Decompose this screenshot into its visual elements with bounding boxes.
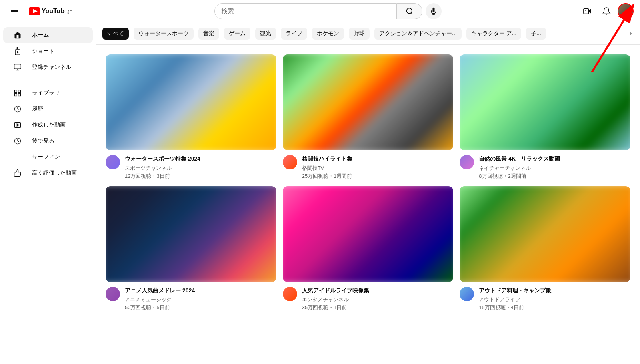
category-baseball[interactable]: 野球 [349,28,370,40]
category-live[interactable]: ライブ [281,28,307,40]
notifications-button[interactable] [598,3,614,19]
header-right [554,3,634,19]
video-card-3[interactable]: 自然の風景 4K - リラックス動画 ネイチャーチャンネル 8万回視聴・2週間前 [460,54,630,180]
video-thumbnail-2 [283,54,454,150]
hamburger-button[interactable] [6,3,22,19]
logo-container[interactable]: YouTube JP [29,7,72,15]
search-input[interactable] [221,8,390,15]
video-title-5: 人気アイドルライブ映像集 [302,287,454,295]
video-info-4: アニメ人気曲メドレー 2024 アニメミュージック 50万回視聴・5日前 [106,287,276,312]
sidebar-divider-1 [10,80,86,80]
video-grid: ウォータースポーツ特集 2024 スポーツチャンネル 12万回視聴・3日前 格闘… [106,54,630,311]
video-title-3: 自然の風景 4K - リラックス動画 [479,155,630,163]
created-videos-icon [13,120,22,130]
video-thumbnail-1 [106,54,276,150]
header-left: YouTube JP [6,3,102,19]
video-info-2: 格闘技ハイライト集 格闘技TV 25万回視聴・1週間前 [283,155,454,180]
video-stats-3: 8万回視聴・2週間前 [479,173,630,180]
category-sightseeing[interactable]: 観光 [255,28,276,40]
liked-videos-icon [13,168,22,178]
sidebar-item-subscriptions[interactable]: 登録チャンネル [3,59,93,75]
svg-rect-13 [14,64,21,69]
video-card-4[interactable]: アニメ人気曲メドレー 2024 アニメミュージック 50万回視聴・5日前 [106,186,276,312]
sidebar-label-subscriptions: 登録チャンネル [32,64,71,71]
sidebar-item-surfing[interactable]: サーフィン [3,149,93,165]
svg-point-3 [406,8,412,13]
category-children[interactable]: 子... [526,28,546,40]
category-all[interactable]: すべて [102,28,129,40]
channel-avatar-2[interactable] [283,155,297,169]
video-meta-2: 格闘技ハイライト集 格闘技TV 25万回視聴・1週間前 [302,155,454,180]
create-video-button[interactable] [579,3,595,19]
video-meta-5: 人気アイドルライブ映像集 エンタメチャンネル 35万回視聴・1日前 [302,287,454,312]
video-meta-6: アウトドア料理 - キャンプ飯 アウトドアライフ 15万回視聴・4日前 [479,287,630,312]
sidebar-label-created: 作成した動画 [32,121,66,129]
category-music[interactable]: 音楽 [198,28,219,40]
thumbnail-image-3 [460,54,630,150]
svg-rect-26 [14,159,21,159]
sidebar-label-history: 履歴 [32,105,43,113]
video-channel-2: 格闘技TV [302,165,454,172]
video-meta-4: アニメ人気曲メドレー 2024 アニメミュージック 50万回視聴・5日前 [125,287,276,312]
video-info-6: アウトドア料理 - キャンプ飯 アウトドアライフ 15万回視聴・4日前 [460,287,630,312]
video-stats-2: 25万回視聴・1週間前 [302,173,454,180]
video-card-6[interactable]: アウトドア料理 - キャンプ飯 アウトドアライフ 15万回視聴・4日前 [460,186,630,312]
category-action[interactable]: アクション＆アドベンチャー... [374,28,462,40]
svg-rect-7 [584,8,589,14]
svg-marker-22 [17,124,19,127]
sidebar-label-library: ライブラリ [32,90,60,97]
video-stats-5: 35万回視聴・1日前 [302,304,454,311]
svg-rect-19 [18,94,21,96]
search-button[interactable] [397,3,422,19]
category-games[interactable]: ゲーム [224,28,250,40]
subscriptions-icon [13,62,22,72]
sidebar-item-liked[interactable]: 高く評価した動画 [3,165,93,181]
thumbnail-image-4 [106,186,276,282]
video-card-1[interactable]: ウォータースポーツ特集 2024 スポーツチャンネル 12万回視聴・3日前 [106,54,276,180]
video-card-2[interactable]: 格闘技ハイライト集 格闘技TV 25万回視聴・1週間前 [283,54,454,180]
svg-rect-18 [15,94,17,96]
video-info-3: 自然の風景 4K - リラックス動画 ネイチャーチャンネル 8万回視聴・2週間前 [460,155,630,180]
header-center [102,3,554,19]
channel-avatar-3[interactable] [460,155,474,169]
sidebar-item-created[interactable]: 作成した動画 [3,117,93,133]
thumbnail-image-5 [283,186,454,282]
sidebar-item-watch-later[interactable]: 後で見る [3,133,93,149]
video-info-5: 人気アイドルライブ映像集 エンタメチャンネル 35万回視聴・1日前 [283,287,454,312]
category-characters[interactable]: キャラクター ア... [466,28,522,40]
surfing-icon [13,152,22,162]
channel-avatar-6[interactable] [460,287,474,301]
sidebar-label-home: ホーム [32,32,49,39]
video-thumbnail-4 [106,186,276,282]
thumbnail-image-1 [106,54,276,150]
video-title-6: アウトドア料理 - キャンプ飯 [479,287,630,295]
svg-marker-8 [589,9,591,13]
account-button[interactable] [618,3,634,19]
youtube-logo-icon: YouTube [29,7,65,15]
video-stats-4: 50万回視聴・5日前 [125,304,276,311]
svg-rect-16 [15,90,17,93]
sidebar-item-shorts[interactable]: ショート [3,43,93,59]
channel-avatar-5[interactable] [283,287,297,301]
svg-rect-25 [14,157,21,157]
channel-avatar-1[interactable] [106,155,120,169]
channel-avatar-4[interactable] [106,287,120,301]
video-thumbnail-3 [460,54,630,150]
svg-marker-12 [17,51,19,54]
avatar [618,4,633,18]
sidebar-item-home[interactable]: ホーム [3,27,93,43]
sidebar-item-library[interactable]: ライブラリ [3,85,93,101]
watch-later-icon [13,136,22,146]
video-card-5[interactable]: 人気アイドルライブ映像集 エンタメチャンネル 35万回視聴・1日前 [283,186,454,312]
category-water-sports[interactable]: ウォータースポーツ [134,28,194,40]
categories-next-button[interactable] [624,27,637,40]
video-title-4: アニメ人気曲メドレー 2024 [125,287,276,295]
video-title-2: 格闘技ハイライト集 [302,155,454,163]
video-stats-6: 15万回視聴・4日前 [479,304,630,311]
category-pokemon[interactable]: ポケモン [312,28,344,40]
sidebar-item-history[interactable]: 履歴 [3,101,93,117]
svg-text:YouTube: YouTube [42,8,65,14]
video-meta-3: 自然の風景 4K - リラックス動画 ネイチャーチャンネル 8万回視聴・2週間前 [479,155,630,180]
voice-search-button[interactable] [426,3,442,19]
video-thumbnail-6 [460,186,630,282]
